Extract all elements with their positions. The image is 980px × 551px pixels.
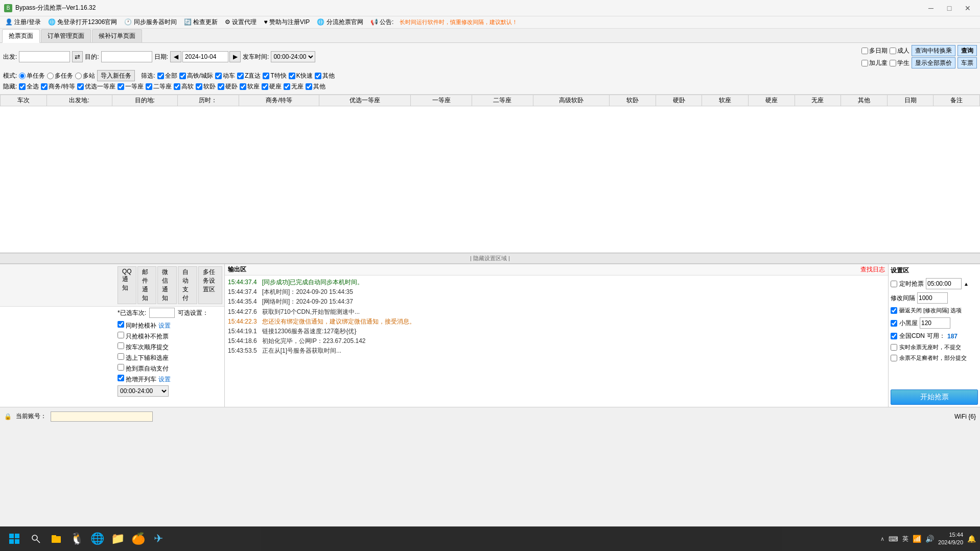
tab-standby[interactable]: 候补订单页面 [92, 29, 142, 42]
filter-other[interactable]: 其他 [315, 72, 335, 80]
single-task-radio[interactable]: 单任务 [19, 72, 45, 80]
taskbar-penguin[interactable]: 🐧 [67, 530, 86, 548]
to-input[interactable] [101, 51, 152, 62]
hide-hardseat[interactable]: 硬座 [262, 82, 282, 91]
taskbar-plane[interactable]: ✈ [149, 530, 168, 548]
hide-premier[interactable]: 优选一等座 [77, 82, 115, 91]
filter-all[interactable]: 全部 [157, 72, 177, 80]
divider-bar[interactable]: | 隐藏设置区域 | [0, 253, 980, 264]
tray-notification[interactable]: 🔔 [967, 535, 976, 543]
tab-autopay[interactable]: 自动支付 [178, 266, 197, 304]
log-item: 15:44:18.6 初始化完毕，公网IP：223.67.205.142 [228, 336, 885, 346]
blacklist-item: 小黑屋 [891, 317, 978, 329]
no-seat-cb[interactable] [891, 344, 897, 351]
close-on-fail-cb[interactable] [891, 307, 897, 314]
filter-emu[interactable]: 动车 [215, 72, 235, 80]
date-prev-btn[interactable]: ◀ [170, 51, 181, 62]
timed-ticket-input[interactable] [926, 278, 962, 289]
filter-highspeed[interactable]: 高铁/城际 [179, 72, 213, 80]
spin-up[interactable]: ▲ [964, 281, 969, 287]
menu-register[interactable]: 👤 注册/登录 [2, 17, 44, 28]
hide-business[interactable]: 商务/特等 [41, 82, 75, 91]
menu-open12306[interactable]: 🌐 免登录打开12306官网 [45, 17, 121, 28]
close-button[interactable]: ✕ [960, 3, 976, 14]
train-count-input[interactable] [149, 308, 175, 318]
taskbar-browser[interactable]: 🌐 [88, 530, 106, 548]
log-item: 15:44:22.3 您还没有绑定微信通知，建议绑定微信通知，接受消息。 [228, 317, 885, 327]
filter-kfast[interactable]: K快速 [289, 72, 313, 80]
menu-proxy[interactable]: ⚙ 设置代理 [222, 17, 260, 28]
blacklist-input[interactable] [920, 317, 950, 329]
concurrent-setting-link[interactable]: 设置 [158, 322, 171, 330]
tray-keyboard[interactable]: ⌨ [889, 535, 898, 543]
query-transfer-btn[interactable]: 查询中转换乘 [912, 45, 955, 56]
hide-hardsleeper[interactable]: 硬卧 [218, 82, 238, 91]
filter-zdirect[interactable]: Z直达 [237, 72, 261, 80]
date-input[interactable] [182, 51, 228, 62]
query-btn[interactable]: 查询 [958, 45, 977, 56]
taskbar-folder[interactable]: 📁 [108, 530, 127, 548]
hide-softseat[interactable]: 软座 [240, 82, 260, 91]
filter-tfast[interactable]: T特快 [263, 72, 286, 80]
multi-station-radio[interactable]: 多站 [75, 72, 95, 80]
date-next-btn[interactable]: ▶ [229, 51, 241, 62]
insufficient-item: 余票不足癣者时，部分提交 [891, 354, 978, 362]
tab-ticket[interactable]: 抢票页面 [2, 29, 40, 43]
swap-btn[interactable]: ⇄ [72, 51, 83, 62]
tab-multitask[interactable]: 多任务设置区 [198, 266, 222, 304]
time-range-select[interactable]: 00:00-24:00 [118, 385, 169, 397]
minimize-button[interactable]: ─ [923, 3, 939, 14]
menu-check-update[interactable]: 🔄 检查更新 [181, 17, 221, 28]
tray-lang[interactable]: 英 [902, 535, 908, 543]
tab-orders[interactable]: 订单管理页面 [41, 29, 91, 42]
time-select[interactable]: 00:00-24:00 [271, 51, 315, 62]
show-price-btn[interactable]: 显示全部票价 [912, 57, 955, 68]
account-input[interactable] [51, 411, 153, 422]
menu-vip[interactable]: ♥ 赞助与注册VIP [261, 17, 313, 28]
start-ticket-btn[interactable]: 开始抢票 [891, 389, 978, 405]
concurrent-cb [118, 321, 124, 328]
child-cb[interactable]: 加儿童 [861, 59, 888, 67]
tab-qq[interactable]: QQ通知 [118, 266, 136, 304]
hide-first[interactable]: 一等座 [118, 82, 144, 91]
taskbar-filemanager[interactable] [47, 530, 65, 548]
import-task-btn[interactable]: 导入新任务 [97, 70, 135, 81]
tab-email[interactable]: 邮件通知 [137, 266, 157, 304]
extra-train-setting-link[interactable]: 设置 [158, 375, 171, 384]
tray-wifi[interactable]: 📶 [913, 535, 921, 543]
multi-task-radio[interactable]: 多任务 [47, 72, 73, 80]
from-input[interactable] [19, 51, 70, 62]
clock[interactable]: 15:44 2024/9/20 [938, 531, 963, 547]
blacklist-cb[interactable] [891, 320, 897, 327]
menu-sync-time[interactable]: 🕐 同步服务器时间 [121, 17, 179, 28]
close-on-fail-label: 砸返关闭 [修改间隔] 选项 [899, 307, 962, 314]
multi-day-cb[interactable]: 多日期 [861, 47, 888, 55]
timed-ticket-cb[interactable] [891, 281, 897, 287]
menu-official[interactable]: 🌐 分流抢票官网 [314, 17, 366, 28]
taskbar-orange[interactable]: 🍊 [129, 530, 147, 548]
hide-other[interactable]: 其他 [306, 82, 325, 91]
col-first: 一等座 [411, 95, 472, 106]
adult-cb[interactable]: 成人 [890, 47, 909, 55]
setting-only-supplement: 只抢模补不抢票 [118, 332, 222, 341]
col-softsleeper: 软卧 [610, 95, 656, 106]
ticket-btn[interactable]: 车票 [958, 57, 977, 68]
hide-softsleeper[interactable]: 软卧 [196, 82, 216, 91]
taskbar-search[interactable] [27, 530, 45, 548]
interval-input[interactable] [917, 292, 948, 304]
hide-noseat[interactable]: 无座 [284, 82, 304, 91]
cdn-cb[interactable] [891, 333, 897, 339]
hide-highsoft[interactable]: 高软 [174, 82, 194, 91]
autopay-label: 抢到票自动支付 [126, 365, 169, 372]
hide-second[interactable]: 二等座 [146, 82, 172, 91]
insufficient-cb[interactable] [891, 355, 897, 361]
maximize-button[interactable]: □ [941, 3, 958, 14]
table-area: 车次 出发地: 目的地: 历时： 商务/特等 优选一等座 一等座 二等座 高级软… [0, 95, 980, 253]
tray-volume[interactable]: 🔊 [925, 535, 934, 543]
start-menu-btn[interactable] [4, 529, 25, 549]
student-cb[interactable]: 学生 [890, 59, 909, 67]
hide-all[interactable]: 全选 [19, 82, 39, 91]
tab-wechat[interactable]: 微信通知 [157, 266, 177, 304]
find-log-btn[interactable]: 查找日志 [860, 265, 885, 274]
tray-expand[interactable]: ∧ [880, 536, 884, 542]
